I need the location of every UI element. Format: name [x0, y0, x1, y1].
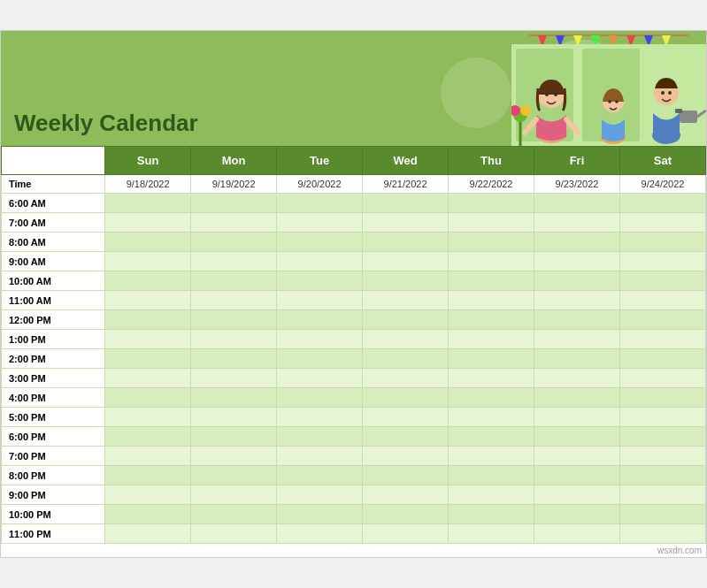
event-cell[interactable] — [449, 291, 534, 310]
event-cell[interactable] — [277, 369, 363, 388]
event-cell[interactable] — [191, 369, 277, 388]
event-cell[interactable] — [191, 213, 277, 233]
event-cell[interactable] — [191, 349, 277, 369]
event-cell[interactable] — [534, 310, 620, 330]
event-cell[interactable] — [449, 233, 534, 252]
event-cell[interactable] — [449, 408, 534, 427]
event-cell[interactable] — [534, 485, 620, 505]
event-cell[interactable] — [534, 388, 620, 408]
event-cell[interactable] — [363, 485, 449, 505]
event-cell[interactable] — [449, 213, 534, 233]
event-cell[interactable] — [191, 291, 277, 310]
event-cell[interactable] — [363, 466, 449, 485]
event-cell[interactable] — [449, 447, 534, 466]
event-cell[interactable] — [363, 252, 449, 271]
event-cell[interactable] — [619, 505, 705, 524]
event-cell[interactable] — [363, 233, 449, 252]
event-cell[interactable] — [363, 388, 449, 408]
event-cell[interactable] — [191, 233, 277, 252]
event-cell[interactable] — [449, 194, 534, 213]
event-cell[interactable] — [191, 485, 277, 505]
event-cell[interactable] — [105, 271, 191, 291]
event-cell[interactable] — [363, 349, 449, 369]
event-cell[interactable] — [534, 349, 620, 369]
event-cell[interactable] — [619, 485, 705, 505]
event-cell[interactable] — [277, 466, 363, 485]
event-cell[interactable] — [619, 233, 705, 252]
event-cell[interactable] — [277, 213, 363, 233]
event-cell[interactable] — [449, 427, 534, 447]
event-cell[interactable] — [105, 310, 191, 330]
event-cell[interactable] — [449, 485, 534, 505]
event-cell[interactable] — [277, 252, 363, 271]
event-cell[interactable] — [363, 213, 449, 233]
event-cell[interactable] — [191, 447, 277, 466]
event-cell[interactable] — [191, 271, 277, 291]
event-cell[interactable] — [277, 349, 363, 369]
event-cell[interactable] — [191, 505, 277, 524]
event-cell[interactable] — [449, 369, 534, 388]
event-cell[interactable] — [363, 408, 449, 427]
event-cell[interactable] — [277, 388, 363, 408]
event-cell[interactable] — [363, 369, 449, 388]
event-cell[interactable] — [277, 310, 363, 330]
event-cell[interactable] — [534, 466, 620, 485]
event-cell[interactable] — [363, 447, 449, 466]
event-cell[interactable] — [534, 213, 620, 233]
event-cell[interactable] — [105, 233, 191, 252]
event-cell[interactable] — [105, 349, 191, 369]
event-cell[interactable] — [105, 427, 191, 447]
event-cell[interactable] — [105, 330, 191, 349]
event-cell[interactable] — [105, 485, 191, 505]
event-cell[interactable] — [449, 330, 534, 349]
event-cell[interactable] — [277, 291, 363, 310]
event-cell[interactable] — [105, 466, 191, 485]
event-cell[interactable] — [191, 466, 277, 485]
event-cell[interactable] — [363, 194, 449, 213]
event-cell[interactable] — [191, 310, 277, 330]
event-cell[interactable] — [105, 505, 191, 524]
event-cell[interactable] — [449, 505, 534, 524]
event-cell[interactable] — [105, 447, 191, 466]
event-cell[interactable] — [191, 388, 277, 408]
event-cell[interactable] — [534, 252, 620, 271]
event-cell[interactable] — [534, 408, 620, 427]
event-cell[interactable] — [105, 252, 191, 271]
event-cell[interactable] — [277, 524, 363, 544]
event-cell[interactable] — [619, 194, 705, 213]
event-cell[interactable] — [534, 427, 620, 447]
event-cell[interactable] — [449, 310, 534, 330]
event-cell[interactable] — [534, 369, 620, 388]
event-cell[interactable] — [277, 194, 363, 213]
event-cell[interactable] — [363, 427, 449, 447]
event-cell[interactable] — [277, 485, 363, 505]
event-cell[interactable] — [619, 310, 705, 330]
event-cell[interactable] — [619, 291, 705, 310]
event-cell[interactable] — [449, 466, 534, 485]
event-cell[interactable] — [191, 194, 277, 213]
event-cell[interactable] — [534, 505, 620, 524]
event-cell[interactable] — [105, 194, 191, 213]
event-cell[interactable] — [105, 291, 191, 310]
event-cell[interactable] — [534, 194, 620, 213]
event-cell[interactable] — [363, 505, 449, 524]
event-cell[interactable] — [363, 524, 449, 544]
event-cell[interactable] — [619, 271, 705, 291]
event-cell[interactable] — [619, 427, 705, 447]
event-cell[interactable] — [191, 524, 277, 544]
event-cell[interactable] — [534, 524, 620, 544]
event-cell[interactable] — [363, 330, 449, 349]
event-cell[interactable] — [277, 447, 363, 466]
event-cell[interactable] — [619, 330, 705, 349]
event-cell[interactable] — [363, 291, 449, 310]
event-cell[interactable] — [449, 252, 534, 271]
event-cell[interactable] — [105, 524, 191, 544]
event-cell[interactable] — [105, 213, 191, 233]
event-cell[interactable] — [105, 388, 191, 408]
event-cell[interactable] — [277, 427, 363, 447]
event-cell[interactable] — [619, 524, 705, 544]
event-cell[interactable] — [619, 369, 705, 388]
event-cell[interactable] — [277, 271, 363, 291]
event-cell[interactable] — [619, 408, 705, 427]
event-cell[interactable] — [619, 388, 705, 408]
